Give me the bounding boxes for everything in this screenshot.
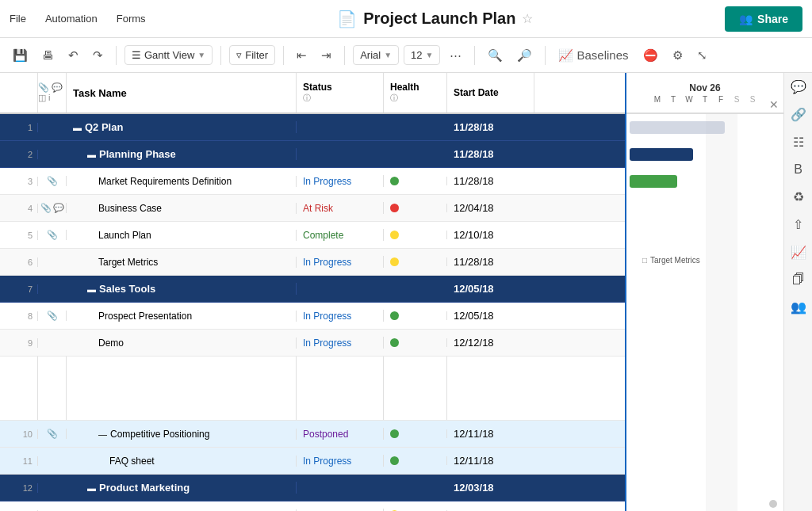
- table-row: 9 Demo In Progress 12/12/18: [0, 330, 625, 357]
- header-status-label: Status: [303, 82, 377, 93]
- table-row: 13 Pricing Strategy In Progress 12/03/18: [0, 501, 625, 511]
- print-icon[interactable]: 🖶: [37, 45, 59, 65]
- comment-icon[interactable]: 💬: [791, 79, 806, 94]
- date-cell: 11/28/18: [447, 121, 534, 133]
- health-dot: [390, 204, 399, 212]
- users-icon[interactable]: 👥: [791, 299, 806, 315]
- history-icon[interactable]: ♻: [793, 189, 804, 204]
- health-dot: [390, 257, 399, 266]
- filter-label: Filter: [245, 49, 268, 61]
- health-cell: [384, 257, 447, 266]
- date-cell: 12/11/18: [447, 455, 534, 467]
- upload-icon[interactable]: ⇧: [793, 217, 803, 232]
- task-name: Launch Plan: [67, 230, 297, 241]
- share-button[interactable]: 👥 Share: [725, 6, 802, 32]
- day-m: M: [649, 95, 665, 104]
- clip-icon: 📎: [47, 311, 58, 321]
- filter-dropdown[interactable]: ▿ Filter: [229, 45, 275, 65]
- task-name: Target Metrics: [67, 257, 297, 268]
- chart-days-row: M T W T F S S: [626, 95, 783, 104]
- scroll-dot[interactable]: [769, 500, 777, 508]
- undo-icon[interactable]: ↶: [63, 45, 83, 66]
- table-row: 3 📎 Market Requirements Definition In Pr…: [0, 168, 625, 195]
- bold-icon[interactable]: B: [794, 162, 802, 177]
- gantt-chart-panel: ✕ Nov 26 M T W T F S S: [625, 73, 783, 511]
- table-body: 1 ▬ Q2 Plan 11/28/18 2 ▬ Planning Phase: [0, 114, 625, 511]
- clip-icon: 📎: [40, 203, 52, 213]
- menu-file[interactable]: File: [10, 13, 26, 25]
- chart-icon[interactable]: 📈: [791, 245, 806, 260]
- redo-icon[interactable]: ↷: [88, 45, 108, 66]
- day-t1: T: [665, 95, 681, 104]
- menu-bar: File Automation Forms 📄 Project Launch P…: [0, 0, 812, 38]
- menu-left: File Automation Forms: [10, 13, 146, 25]
- stack-icon[interactable]: ☷: [793, 135, 804, 150]
- date-cell: 12/12/18: [447, 337, 534, 349]
- health-cell: [384, 204, 447, 212]
- weekend-shade: [706, 114, 737, 511]
- settings-icon[interactable]: ⚙: [668, 45, 688, 66]
- baselines-icon: 📈: [558, 48, 573, 63]
- row-num: 10: [0, 429, 38, 439]
- gantt-container: 📎 💬 ◫ i Task Name Status ⓘ Health ⓘ Star…: [0, 73, 625, 511]
- header-taskname: Task Name: [67, 73, 297, 112]
- save-icon[interactable]: 💾: [8, 45, 33, 66]
- collapse-icon[interactable]: ▬: [87, 483, 96, 493]
- toolbar: 💾 🖶 ↶ ↷ ☰ Gantt View ▼ ▿ Filter ⇤ ⇥ Aria…: [0, 38, 812, 73]
- menu-automation[interactable]: Automation: [45, 13, 98, 25]
- table-row: 8 📎 Prospect Presentation In Progress 12…: [0, 303, 625, 330]
- indent-increase-icon[interactable]: ⇥: [316, 45, 336, 66]
- header-health-label: Health: [390, 82, 440, 93]
- row-num: 9: [0, 338, 38, 348]
- health-dot: [390, 456, 399, 465]
- health-cell: [384, 338, 447, 347]
- day-s1: S: [729, 95, 745, 104]
- more-options-icon[interactable]: ⋯: [445, 45, 466, 66]
- row-icons: 📎 💬: [38, 203, 67, 213]
- task-name: — Competitive Positioning: [67, 429, 297, 440]
- collapse-icon[interactable]: ▬: [73, 123, 82, 132]
- status-cell: In Progress: [297, 175, 384, 187]
- health-dot: [390, 429, 399, 438]
- zoom-in-icon[interactable]: 🔍: [483, 45, 508, 66]
- health-dot: [390, 231, 399, 239]
- chart-header: Nov 26 M T W T F S S: [626, 73, 783, 114]
- table-row: 2 ▬ Planning Phase 11/28/18: [0, 141, 625, 168]
- row-icons: 📎: [38, 176, 67, 186]
- date-cell: 12/10/18: [447, 229, 534, 241]
- status-text: In Progress: [303, 337, 351, 349]
- star-icon[interactable]: ☆: [522, 11, 533, 26]
- size-dropdown[interactable]: 12 ▼: [404, 45, 440, 65]
- link-icon[interactable]: 🔗: [791, 107, 806, 122]
- target-metrics-bar-label: □ Target Metrics: [642, 256, 700, 265]
- gantt-view-caret: ▼: [197, 51, 205, 59]
- indent-decrease-icon[interactable]: ⇤: [292, 45, 312, 66]
- expand-icon[interactable]: ⤡: [692, 45, 712, 66]
- health-cell: [384, 231, 447, 239]
- task-name-text: Target Metrics: [98, 257, 158, 268]
- collapse-icon[interactable]: ▬: [87, 284, 96, 294]
- menu-forms[interactable]: Forms: [117, 13, 146, 25]
- header-taskname-label: Task Name: [73, 87, 127, 99]
- gantt-view-dropdown[interactable]: ☰ Gantt View ▼: [124, 45, 213, 65]
- baselines-button[interactable]: 📈 Baselines: [553, 45, 633, 66]
- copy-icon[interactable]: 🗍: [792, 273, 805, 287]
- collapse-icon[interactable]: ▬: [87, 150, 96, 159]
- table-header: 📎 💬 ◫ i Task Name Status ⓘ Health ⓘ Star…: [0, 73, 625, 114]
- close-button[interactable]: ✕: [769, 98, 779, 111]
- sep5: [474, 46, 475, 65]
- status-cell: In Progress: [297, 455, 384, 467]
- font-dropdown[interactable]: Arial ▼: [353, 45, 399, 65]
- font-label: Arial: [360, 49, 381, 61]
- collapse-icon[interactable]: —: [98, 429, 107, 439]
- gantt-view-icon: ☰: [132, 49, 141, 61]
- task-name: ▬ Sales Tools: [67, 283, 297, 295]
- zoom-out-icon[interactable]: 🔎: [512, 45, 537, 66]
- row-num: 6: [0, 257, 38, 267]
- critical-path-icon[interactable]: ⛔: [638, 45, 663, 66]
- table-row: 11 FAQ sheet In Progress 12/11/18: [0, 448, 625, 475]
- target-metrics-icon: □: [642, 256, 647, 265]
- header-health-sub: ⓘ: [390, 93, 440, 104]
- task-name: ▬ Planning Phase: [67, 148, 297, 160]
- day-s2: S: [745, 95, 760, 104]
